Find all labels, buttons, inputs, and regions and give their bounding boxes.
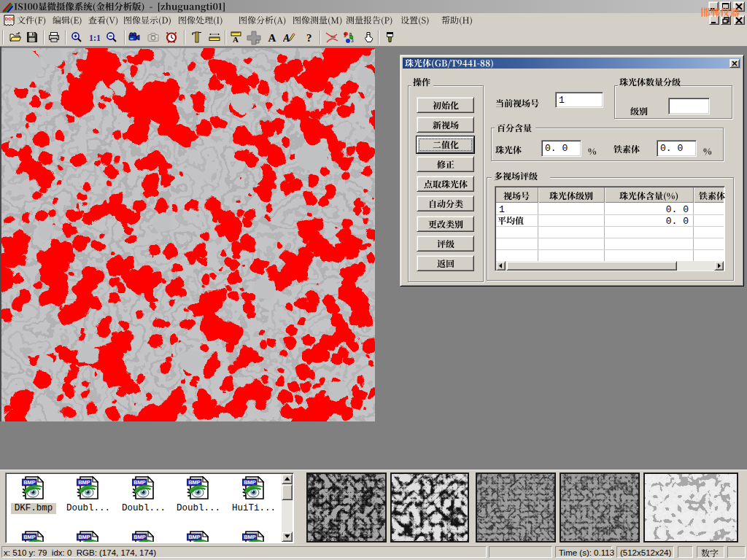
svg-text:BMP: BMP [244, 534, 256, 540]
svg-text:?: ? [306, 32, 312, 44]
svg-text:BMP: BMP [78, 534, 90, 540]
svg-text:3: 3 [351, 38, 354, 43]
svg-text:1: 1 [344, 33, 347, 38]
svg-text:BMP: BMP [23, 479, 36, 486]
svg-text:BMP: BMP [133, 479, 146, 486]
svg-text:DOC: DOC [5, 17, 15, 21]
svg-text:BMP: BMP [133, 534, 146, 540]
svg-text:a: a [349, 31, 352, 36]
svg-text:BMP: BMP [188, 534, 201, 540]
svg-text:A: A [233, 35, 239, 43]
svg-text:BMP: BMP [78, 479, 90, 486]
svg-text:BMP: BMP [188, 479, 201, 486]
svg-text:BMP: BMP [23, 534, 36, 540]
svg-text:A: A [268, 32, 276, 44]
svg-text:1:1: 1:1 [89, 33, 100, 43]
svg-text:BMP: BMP [244, 479, 256, 486]
svg-text:A: A [283, 33, 290, 44]
